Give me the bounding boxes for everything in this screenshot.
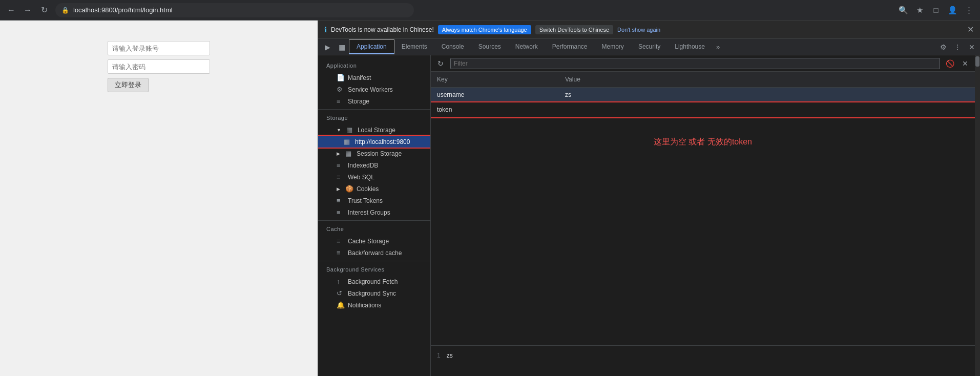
sidebar-item-background-fetch[interactable]: ↑ Background Fetch	[318, 276, 430, 287]
tab-memory[interactable]: Memory	[595, 40, 631, 54]
device-icon-button[interactable]: ▦	[335, 41, 349, 53]
search-button[interactable]: 🔍	[896, 3, 910, 17]
top-right-icons: 🔍 ★ □ 👤 ⋮	[896, 3, 976, 17]
sidebar-item-service-workers[interactable]: ⚙ Service Workers	[318, 83, 430, 95]
sidebar-item-indexeddb[interactable]: ≡ IndexedDB	[318, 159, 430, 171]
filter-x-button[interactable]: ✕	[960, 58, 971, 69]
sidebar-item-interest-groups[interactable]: ≡ Interest Groups	[318, 206, 430, 218]
scrollbar-thumb	[975, 56, 979, 67]
indexeddb-icon: ≡	[337, 161, 344, 169]
switch-devtools-button[interactable]: Switch DevTools to Chinese	[535, 25, 613, 34]
bookmark-button[interactable]: ★	[912, 3, 927, 17]
sidebar-item-cache-storage[interactable]: ≡ Cache Storage	[318, 235, 430, 247]
tab-performance[interactable]: Performance	[545, 40, 595, 54]
close-devtools-button[interactable]: ✕	[966, 41, 978, 53]
cell-username-key: username	[431, 90, 559, 100]
info-icon: ℹ	[324, 26, 327, 34]
preview-line: 1 zs	[437, 350, 969, 361]
password-input[interactable]	[108, 59, 210, 74]
storage-table: Key Value username zs token	[431, 72, 975, 345]
tab-application[interactable]: Application	[349, 39, 394, 54]
sidebar-back-forward-cache-label: Back/forward cache	[348, 249, 402, 257]
cell-username-value: zs	[559, 90, 975, 100]
more-icon-button[interactable]: ⋮	[951, 41, 964, 53]
error-container: 这里为空 或者 无效的token	[431, 117, 975, 167]
filter-input[interactable]	[450, 58, 940, 69]
sidebar-item-notifications[interactable]: 🔔 Notifications	[318, 299, 430, 311]
tab-lighthouse[interactable]: Lighthouse	[668, 40, 712, 54]
sidebar-manifest-label: Manifest	[348, 74, 371, 81]
back-forward-cache-icon: ≡	[337, 249, 344, 257]
devtools-body: Application 📄 Manifest ⚙ Service Workers…	[318, 55, 980, 376]
tab-console[interactable]: Console	[434, 40, 471, 54]
localhost-icon: ▦	[344, 138, 351, 145]
notification-text: DevTools is now available in Chinese!	[331, 26, 434, 33]
sidebar-background-fetch-label: Background Fetch	[348, 278, 398, 285]
tab-security[interactable]: Security	[631, 40, 668, 54]
divider-1	[318, 109, 430, 110]
login-form: 立即登录	[108, 41, 210, 92]
sidebar-item-cookies[interactable]: ▶ 🍪 Cookies	[318, 183, 430, 195]
expand-session-storage-arrow: ▶	[337, 151, 340, 156]
tab-network[interactable]: Network	[508, 40, 545, 54]
local-storage-icon: ▦	[346, 126, 353, 134]
back-button[interactable]: ←	[4, 3, 18, 17]
web-sql-icon: ≡	[337, 173, 344, 181]
sidebar-item-session-storage[interactable]: ▶ ▦ Session Storage	[318, 148, 430, 159]
login-button[interactable]: 立即登录	[108, 78, 149, 92]
expand-cookies-arrow: ▶	[337, 186, 340, 192]
line-number: 1	[437, 352, 441, 359]
tab-elements[interactable]: Elements	[394, 40, 434, 54]
sidebar-item-local-storage[interactable]: ▼ ▦ Local Storage	[318, 124, 430, 136]
sidebar-item-localhost[interactable]: ▦ http://localhost:9800	[318, 136, 430, 148]
devtools-sidebar: Application 📄 Manifest ⚙ Service Workers…	[318, 55, 431, 376]
username-input[interactable]	[108, 41, 210, 55]
sidebar-section-bg-services: Background Services	[318, 263, 430, 276]
sidebar-item-trust-tokens[interactable]: ≡ Trust Tokens	[318, 195, 430, 206]
tab-sources[interactable]: Sources	[471, 40, 508, 54]
sidebar-item-storage[interactable]: ≡ Storage	[318, 95, 430, 107]
profile-button[interactable]: 👤	[945, 3, 960, 17]
preview-content: zs	[447, 352, 453, 359]
window-button[interactable]: □	[929, 3, 943, 17]
browser-frame: ← → ↻ 🔒 localhost:9800/pro/html/login.ht…	[0, 0, 980, 376]
sidebar-background-sync-label: Background Sync	[348, 290, 396, 297]
sidebar-item-manifest[interactable]: 📄 Manifest	[318, 72, 430, 83]
filter-bar: ↻ 🚫 ✕	[431, 55, 975, 72]
sidebar-localhost-label: http://localhost:9800	[355, 138, 410, 145]
main-content: 立即登录 ℹ DevTools is now available in Chin…	[0, 20, 980, 376]
trust-tokens-icon: ≡	[337, 197, 344, 204]
webpage-area: 立即登录	[0, 20, 318, 376]
sidebar-indexeddb-label: IndexedDB	[348, 162, 378, 169]
inspect-icon-button[interactable]: ▶	[320, 41, 335, 53]
always-match-button[interactable]: Always match Chrome's language	[438, 25, 531, 34]
refresh-button[interactable]: ↻	[37, 3, 51, 17]
sidebar-section-storage: Storage	[318, 112, 430, 124]
table-row-username[interactable]: username zs	[431, 88, 975, 102]
interest-groups-icon: ≡	[337, 208, 344, 216]
sidebar-item-web-sql[interactable]: ≡ Web SQL	[318, 171, 430, 183]
tab-overflow[interactable]: »	[712, 41, 724, 53]
address-bar[interactable]: 🔒 localhost:9800/pro/html/login.html	[55, 3, 414, 17]
table-header: Key Value	[431, 72, 975, 88]
notification-close-button[interactable]: ✕	[967, 25, 974, 34]
menu-button[interactable]: ⋮	[962, 3, 976, 17]
main-scrollbar[interactable]	[975, 55, 980, 376]
devtools-main: ↻ 🚫 ✕ Key Value user	[431, 55, 975, 376]
settings-icon-button[interactable]: ⚙	[937, 41, 949, 53]
table-row-token[interactable]: token	[431, 102, 975, 117]
sidebar-item-back-forward-cache[interactable]: ≡ Back/forward cache	[318, 247, 430, 259]
devtools-tabs: ▶ ▦ Application Elements Console Sources…	[318, 39, 980, 55]
nav-buttons: ← → ↻	[4, 3, 51, 17]
background-sync-icon: ↺	[337, 289, 344, 297]
sidebar-item-background-sync[interactable]: ↺ Background Sync	[318, 287, 430, 299]
forward-button[interactable]: →	[20, 3, 35, 17]
filter-refresh-button[interactable]: ↻	[435, 58, 446, 69]
sidebar-trust-tokens-label: Trust Tokens	[348, 197, 383, 204]
sidebar-local-storage-label: Local Storage	[358, 127, 395, 134]
dont-show-link[interactable]: Don't show again	[617, 27, 660, 33]
filter-clear-button[interactable]: 🚫	[944, 58, 955, 69]
value-preview: 1 zs	[431, 345, 975, 376]
manifest-icon: 📄	[337, 74, 344, 81]
service-workers-icon: ⚙	[337, 86, 344, 93]
